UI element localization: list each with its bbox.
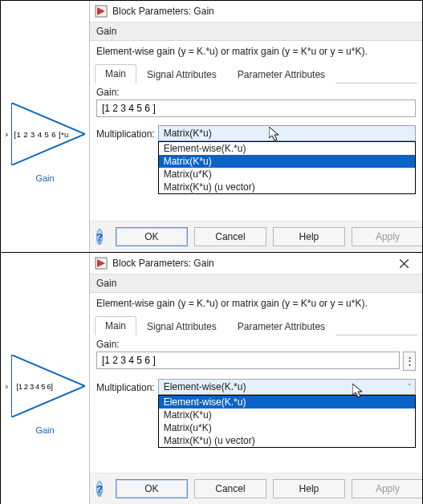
tab-bar: Main Signal Attributes Parameter Attribu…: [90, 63, 422, 83]
gain-input[interactable]: [96, 352, 400, 369]
block-name-label: Gain: [35, 173, 54, 183]
close-button[interactable]: [390, 253, 417, 274]
gain-label: Gain:: [96, 87, 416, 98]
button-bar: ? OK Cancel Help Apply: [90, 221, 422, 252]
tab-main[interactable]: Main: [95, 316, 136, 335]
help-button[interactable]: Help: [273, 479, 345, 498]
block-name-label: Gain: [35, 425, 54, 435]
help-bubble-icon[interactable]: ?: [96, 481, 103, 497]
gain-block-bottom[interactable]: › [1 2 3 4 5 6]: [6, 355, 85, 417]
ok-button[interactable]: OK: [116, 227, 188, 246]
description: Element-wise gain (y = K.*u) or matrix g…: [90, 293, 422, 315]
tab-parameter-attributes[interactable]: Parameter Attributes: [227, 65, 336, 83]
combo-value: Matrix(K*u): [164, 128, 212, 139]
tab-signal-attributes[interactable]: Signal Attributes: [136, 317, 227, 335]
window-icon: [95, 5, 108, 18]
window-title: Block Parameters: Gain: [112, 6, 214, 17]
multiplication-combo[interactable]: Element-wise(K.*u) ˅: [158, 379, 416, 395]
input-port-icon: ›: [6, 381, 9, 391]
tab-main[interactable]: Main: [95, 64, 136, 83]
block-text: [1 2 3 4 5 6 ]*u: [14, 129, 69, 138]
dropdown-item-matrix-ku-uv[interactable]: Matrix(K*u) (u vector): [159, 181, 415, 193]
help-bubble-icon[interactable]: ?: [96, 229, 103, 245]
ok-button[interactable]: OK: [116, 479, 188, 498]
multiplication-combo[interactable]: Matrix(K*u): [158, 125, 416, 141]
apply-button: Apply: [352, 479, 422, 498]
apply-button: Apply: [352, 227, 422, 246]
combo-value: Element-wise(K.*u): [164, 381, 246, 392]
tab-parameter-attributes[interactable]: Parameter Attributes: [227, 317, 336, 335]
panel-top: › [1 2 3 4 5 6 ]*u Gain Block Parameters…: [1, 1, 422, 253]
gain-block-top[interactable]: › [1 2 3 4 5 6 ]*u: [6, 103, 85, 165]
dropdown-item-matrix-uk[interactable]: Matrix(u*K): [159, 168, 415, 181]
button-bar: ? OK Cancel Help Apply: [90, 473, 422, 504]
panel-bottom: › [1 2 3 4 5 6] Gain Block Parameters: G…: [1, 253, 422, 504]
dropdown-item-matrix-ku[interactable]: Matrix(K*u): [159, 408, 415, 421]
multiplication-dropdown: Element-wise(K.*u) Matrix(K*u) Matrix(u*…: [158, 141, 416, 194]
block-diagram-top: › [1 2 3 4 5 6 ]*u Gain: [1, 1, 89, 252]
tab-bar: Main Signal Attributes Parameter Attribu…: [90, 315, 422, 335]
more-options-button[interactable]: ⋮: [403, 352, 416, 371]
titlebar[interactable]: Block Parameters: Gain: [90, 1, 422, 22]
multiplication-label: Multiplication:: [96, 125, 155, 140]
gain-input[interactable]: [96, 100, 416, 117]
tab-signal-attributes[interactable]: Signal Attributes: [136, 65, 227, 83]
window-title: Block Parameters: Gain: [112, 258, 214, 269]
dropdown-item-matrix-ku[interactable]: Matrix(K*u): [159, 155, 415, 168]
gain-label: Gain:: [96, 339, 416, 350]
form: Gain: ⋮ Multiplication: Element-wise(K.*…: [90, 335, 422, 448]
form: Gain: Multiplication: Matrix(K*u) Elemen…: [90, 83, 422, 194]
dialog-bottom: Block Parameters: Gain Gain Element-wise…: [89, 253, 422, 504]
page: › [1 2 3 4 5 6 ]*u Gain Block Parameters…: [0, 0, 423, 504]
block-text: [1 2 3 4 5 6]: [17, 381, 53, 390]
chevron-down-icon: ˅: [408, 383, 412, 391]
titlebar[interactable]: Block Parameters: Gain: [90, 253, 422, 274]
help-button[interactable]: Help: [273, 227, 345, 246]
dialog-top: Block Parameters: Gain Gain Element-wise…: [89, 1, 422, 252]
description: Element-wise gain (y = K.*u) or matrix g…: [90, 41, 422, 63]
multiplication-label: Multiplication:: [96, 379, 155, 393]
multiplication-dropdown: Element-wise(K.*u) Matrix(K*u) Matrix(u*…: [158, 395, 416, 448]
dropdown-item-matrix-ku-uv[interactable]: Matrix(K*u) (u vector): [159, 434, 415, 447]
close-icon: [400, 259, 409, 268]
dropdown-item-elementwise[interactable]: Element-wise(K.*u): [159, 396, 415, 408]
window-icon: [95, 257, 108, 270]
block-diagram-bottom: › [1 2 3 4 5 6] Gain: [1, 253, 89, 504]
dropdown-item-elementwise[interactable]: Element-wise(K.*u): [159, 142, 415, 155]
section-header: Gain: [90, 22, 422, 41]
cancel-button[interactable]: Cancel: [194, 479, 266, 498]
dropdown-item-matrix-uk[interactable]: Matrix(u*K): [159, 421, 415, 434]
section-header: Gain: [90, 274, 422, 293]
input-port-icon: ›: [6, 129, 9, 139]
cancel-button[interactable]: Cancel: [194, 227, 266, 246]
